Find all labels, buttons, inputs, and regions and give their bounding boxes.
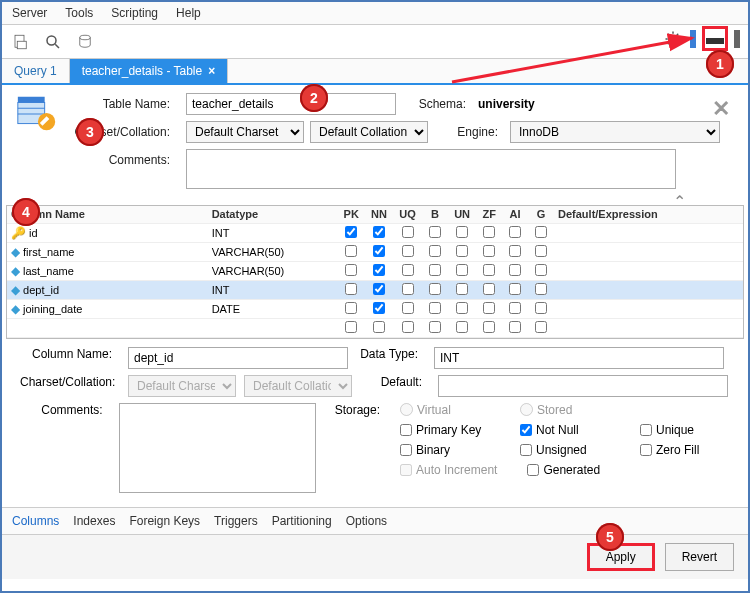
panel-bottom-icon[interactable] — [702, 26, 728, 51]
db-refresh-icon[interactable] — [74, 31, 96, 53]
check-primary-key[interactable]: Primary Key — [400, 423, 490, 437]
search-icon[interactable] — [42, 31, 64, 53]
table-row-blank[interactable] — [7, 318, 743, 337]
schema-label: Schema: — [402, 97, 472, 111]
schema-value: university — [478, 97, 535, 111]
svg-point-5 — [670, 36, 676, 42]
tab-options[interactable]: Options — [346, 514, 387, 528]
menu-help[interactable]: Help — [176, 6, 201, 20]
column-detail-panel: Column Name: Data Type: Charset/Collatio… — [2, 339, 748, 503]
svg-line-3 — [55, 44, 59, 48]
callout-2: 2 — [300, 84, 328, 112]
tab-query1[interactable]: Query 1 — [2, 59, 70, 83]
grid-header: Column Name Datatype PK NN UQ B UN ZF AI… — [7, 206, 743, 223]
detail-comments-input[interactable] — [119, 403, 317, 493]
data-type-input[interactable] — [434, 347, 724, 369]
editor-tabs: Query 1 teacher_details - Table × — [2, 59, 748, 85]
svg-line-13 — [668, 42, 670, 44]
col-name-label: Column Name: — [20, 347, 120, 361]
check-binary[interactable]: Binary — [400, 443, 490, 457]
callout-3: 3 — [76, 118, 104, 146]
check-unique[interactable]: Unique — [640, 423, 730, 437]
tab-columns[interactable]: Columns — [12, 514, 59, 528]
collation-select[interactable]: Default Collation — [310, 121, 428, 143]
table-row[interactable]: 🔑 idINT — [7, 223, 743, 242]
table-row[interactable]: ◆ dept_idINT — [7, 280, 743, 299]
callout-5: 5 — [596, 523, 624, 551]
table-designer-icon — [14, 91, 60, 137]
panel-right-icon[interactable] — [734, 30, 740, 48]
menubar: Server Tools Scripting Help — [2, 2, 748, 25]
chevron-up-icon[interactable]: ⌃ — [673, 192, 686, 211]
bottom-tabs: Columns Indexes Foreign Keys Triggers Pa… — [2, 507, 748, 534]
revert-button[interactable]: Revert — [665, 543, 734, 571]
detail-charset-label: Charset/Collation: — [20, 375, 120, 389]
tab-triggers[interactable]: Triggers — [214, 514, 258, 528]
svg-point-18 — [38, 113, 55, 130]
radio-virtual[interactable]: Virtual — [400, 403, 490, 417]
charset-select[interactable]: Default Charset — [186, 121, 304, 143]
radio-stored[interactable]: Stored — [520, 403, 610, 417]
storage-label: Storage: — [324, 403, 388, 417]
check-zero-fill[interactable]: Zero Fill — [640, 443, 730, 457]
data-type-label: Data Type: — [356, 347, 426, 361]
svg-point-2 — [47, 36, 56, 45]
table-row[interactable]: ◆ joining_dateDATE — [7, 299, 743, 318]
table-name-input[interactable] — [186, 93, 396, 115]
table-row[interactable]: ◆ last_nameVARCHAR(50) — [7, 261, 743, 280]
menu-server[interactable]: Server — [12, 6, 47, 20]
apply-button[interactable]: Apply — [587, 543, 655, 571]
detail-collation-select: Default Collation — [244, 375, 352, 397]
col-name-input[interactable] — [128, 347, 348, 369]
default-input[interactable] — [438, 375, 728, 397]
panel-left-icon[interactable] — [690, 30, 696, 48]
comments-label: Comments: — [20, 149, 180, 167]
footer: Apply Revert — [2, 534, 748, 579]
toolbar — [2, 25, 748, 59]
check-auto-increment[interactable]: Auto Increment — [400, 463, 497, 477]
detail-comments-label: Comments: — [20, 403, 111, 417]
default-label: Default: — [360, 375, 430, 389]
tab-teacher-details[interactable]: teacher_details - Table × — [70, 59, 229, 83]
tab-indexes[interactable]: Indexes — [73, 514, 115, 528]
table-row[interactable]: ◆ first_nameVARCHAR(50) — [7, 242, 743, 261]
menu-tools[interactable]: Tools — [65, 6, 93, 20]
detail-charset-select: Default Charset — [128, 375, 236, 397]
svg-point-4 — [80, 35, 91, 40]
close-icon[interactable]: × — [208, 64, 215, 78]
svg-line-10 — [668, 33, 670, 35]
svg-line-12 — [677, 33, 679, 35]
sql-file-icon[interactable] — [10, 31, 32, 53]
svg-rect-1 — [17, 41, 26, 49]
engine-label: Engine: — [434, 125, 504, 139]
comments-input[interactable] — [186, 149, 676, 189]
callout-4: 4 — [12, 198, 40, 226]
svg-rect-14 — [18, 97, 45, 103]
gear-icon[interactable] — [662, 28, 684, 50]
check-unsigned[interactable]: Unsigned — [520, 443, 610, 457]
check-generated[interactable]: Generated — [527, 463, 617, 477]
callout-1: 1 — [706, 50, 734, 78]
columns-grid: Column Name Datatype PK NN UQ B UN ZF AI… — [6, 205, 744, 339]
svg-line-11 — [677, 42, 679, 44]
tab-foreign-keys[interactable]: Foreign Keys — [129, 514, 200, 528]
menu-scripting[interactable]: Scripting — [111, 6, 158, 20]
check-not-null[interactable]: Not Null — [520, 423, 610, 437]
tab-partitioning[interactable]: Partitioning — [272, 514, 332, 528]
engine-select[interactable]: InnoDB — [510, 121, 720, 143]
